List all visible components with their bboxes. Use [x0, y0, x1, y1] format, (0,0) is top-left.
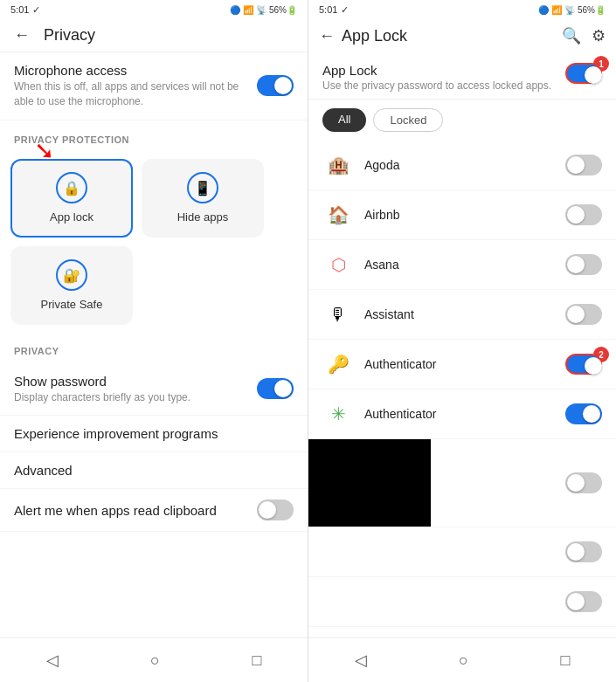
app-item-authenticator1[interactable]: 🔑 Authenticator 2 — [308, 340, 616, 389]
right-home-nav[interactable]: ○ — [441, 648, 486, 673]
app-list: 🏨 Agoda 🏠 Airbnb ⬡ Asana 🎙 Ass — [308, 141, 616, 637]
back-button[interactable]: ← — [14, 26, 30, 45]
asana-icon: ⬡ — [322, 249, 354, 280]
right-bluetooth-icon: 🔵 — [538, 5, 549, 15]
private-safe-label: Private Safe — [41, 298, 103, 311]
agoda-icon: 🏨 — [322, 149, 354, 181]
authenticator1-name: Authenticator — [364, 357, 437, 371]
microphone-toggle[interactable] — [257, 75, 294, 96]
hidden-content — [308, 439, 431, 527]
advanced-item[interactable]: Advanced — [0, 452, 308, 489]
left-nav-bar: ◁ ○ □ — [0, 637, 308, 682]
airbnb-toggle[interactable] — [565, 204, 602, 225]
right-signal-icon: 📡 — [564, 5, 575, 15]
app-item-assistant[interactable]: 🎙 Assistant — [308, 290, 616, 340]
right-top-bar: ← App Lock 🔍 ⚙ — [308, 19, 616, 52]
right-time: 5:01 ✓ — [319, 4, 349, 16]
filter-tabs: All Locked — [308, 100, 616, 141]
app-item-agoda[interactable]: 🏨 Agoda — [308, 141, 616, 190]
assistant-icon: 🎙 — [322, 299, 354, 330]
microphone-title: Microphone access — [14, 63, 257, 78]
hide-apps-icon: 📱 — [187, 172, 218, 203]
microphone-access-item[interactable]: Microphone access When this is off, all … — [0, 52, 308, 121]
check-icon: ✓ — [32, 4, 40, 16]
app-lock-toggle[interactable] — [565, 63, 602, 84]
show-password-title: Show password — [14, 374, 257, 389]
clipboard-alert-title: Alert me when apps read clipboard — [14, 503, 257, 518]
clipboard-alert-item[interactable]: Alert me when apps read clipboard — [0, 489, 308, 532]
right-recent-nav[interactable]: □ — [543, 648, 587, 673]
right-status-icons: 🔵 📶 📡 56%🔋 — [538, 5, 606, 15]
filter-all-tab[interactable]: All — [322, 108, 366, 132]
battery-icon: 56%🔋 — [269, 5, 297, 15]
app-item-authenticator2[interactable]: ✳ Authenticator — [308, 389, 616, 439]
app-lock-icon: 🔒 — [56, 172, 87, 203]
signal-icon: 📡 — [256, 5, 266, 15]
experience-improvement-item[interactable]: Experience improvement programs — [0, 416, 308, 452]
microphone-desc: When this is off, all apps and services … — [14, 79, 257, 109]
authenticator1-icon: 🔑 — [322, 348, 354, 380]
app-item-hidden3[interactable] — [308, 577, 616, 627]
right-back-nav[interactable]: ◁ — [337, 647, 384, 673]
left-status-bar: 5:01 ✓ 🔵 📶 📡 56%🔋 — [0, 0, 308, 19]
hidden3-toggle[interactable] — [565, 591, 602, 612]
right-back-button[interactable]: ← — [319, 27, 335, 45]
right-battery-icon: 56%🔋 — [578, 5, 606, 15]
private-safe-icon: 🔐 — [56, 259, 87, 291]
left-recent-nav[interactable]: □ — [234, 648, 279, 673]
hide-apps-label: Hide apps — [177, 210, 229, 224]
app-item-airbnb[interactable]: 🏠 Airbnb — [308, 190, 616, 240]
asana-name: Asana — [364, 258, 399, 272]
app-lock-label: App lock — [50, 210, 93, 224]
authenticator2-toggle[interactable] — [565, 403, 602, 424]
app-item-asana[interactable]: ⬡ Asana — [308, 240, 616, 290]
authenticator1-toggle[interactable] — [565, 354, 602, 375]
hidden3-icon — [322, 586, 354, 617]
left-page-title: Privacy — [44, 26, 95, 45]
airbnb-icon: 🏠 — [322, 199, 354, 231]
app-lock-toggle-wrapper: 1 — [565, 63, 602, 84]
asana-toggle[interactable] — [565, 254, 602, 275]
agoda-toggle[interactable] — [565, 155, 602, 176]
left-home-nav[interactable]: ○ — [133, 648, 177, 673]
settings-button[interactable]: ⚙ — [592, 26, 606, 45]
show-password-toggle[interactable] — [257, 378, 294, 399]
right-clock: 5:01 — [319, 4, 337, 15]
experience-improvement-title: Experience improvement programs — [14, 426, 294, 441]
app-lock-header: App Lock Use the privacy password to acc… — [308, 52, 616, 100]
advanced-title: Advanced — [14, 463, 294, 478]
app-item-hidden2[interactable] — [308, 527, 616, 577]
private-safe-grid-item[interactable]: 🔐 Private Safe — [10, 246, 133, 325]
assistant-toggle[interactable] — [565, 304, 602, 325]
authenticator1-toggle-wrapper: 2 — [565, 354, 602, 375]
app-item-hidden1 — [308, 439, 616, 527]
left-clock: 5:01 — [10, 4, 29, 15]
wifi-icon: 📶 — [243, 5, 253, 15]
red-arrow-icon: ➘ — [34, 136, 54, 165]
left-screen: 5:01 ✓ 🔵 📶 📡 56%🔋 ← Privacy Microphone a… — [0, 0, 308, 682]
right-page-title: App Lock — [342, 27, 407, 45]
left-content: Microphone access When this is off, all … — [0, 52, 308, 637]
hidden1-toggle[interactable] — [565, 472, 602, 493]
airbnb-name: Airbnb — [364, 208, 399, 222]
show-password-item[interactable]: Show password Display characters briefly… — [0, 363, 308, 417]
clipboard-toggle[interactable] — [257, 499, 294, 520]
right-nav-bar: ◁ ○ □ — [308, 637, 616, 682]
authenticator2-name: Authenticator — [364, 407, 437, 421]
hidden2-icon — [322, 536, 354, 568]
bluetooth-icon: 🔵 — [230, 5, 240, 15]
hide-apps-grid-item[interactable]: 📱 Hide apps — [142, 159, 264, 238]
hidden2-toggle[interactable] — [565, 541, 602, 562]
filter-locked-tab[interactable]: Locked — [373, 108, 443, 132]
authenticator2-icon: ✳ — [322, 398, 354, 430]
left-status-icons: 🔵 📶 📡 56%🔋 — [230, 5, 297, 15]
left-back-nav[interactable]: ◁ — [29, 647, 76, 673]
agoda-name: Agoda — [364, 158, 399, 172]
show-password-desc: Display characters briefly as you type. — [14, 390, 257, 405]
right-wifi-icon: 📶 — [551, 5, 562, 15]
search-button[interactable]: 🔍 — [562, 26, 581, 45]
app-lock-grid-item[interactable]: ➘ 🔒 App lock — [10, 159, 133, 238]
left-top-bar: ← Privacy — [0, 19, 308, 52]
privacy-grid: ➘ 🔒 App lock 📱 Hide apps 🔐 Private Safe — [0, 152, 308, 332]
right-check-icon: ✓ — [341, 4, 349, 16]
